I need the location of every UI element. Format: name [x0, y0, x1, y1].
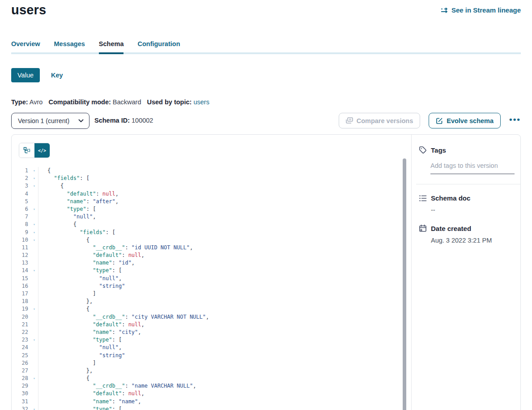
- code-line: 6▾"type": [: [12, 205, 402, 213]
- used-by-topic-field: Used by topic: users: [147, 98, 209, 106]
- line-number: 8: [12, 221, 30, 228]
- code-line-content: "__crdb__": "name VARCHAR NULL",: [38, 382, 402, 390]
- code-line-content: "type": [: [38, 406, 402, 410]
- code-line-content: "name": "city",: [38, 329, 402, 336]
- code-view-button[interactable]: </>: [34, 143, 50, 158]
- stream-lineage-link[interactable]: See in Stream lineage: [441, 6, 521, 14]
- fold-gutter: [30, 282, 38, 290]
- topic-link[interactable]: users: [193, 98, 209, 106]
- fold-arrow-icon[interactable]: ▾: [30, 336, 38, 344]
- fold-gutter: [30, 344, 38, 351]
- key-toggle-button[interactable]: Key: [51, 72, 63, 79]
- value-toggle-button[interactable]: Value: [11, 68, 40, 82]
- code-line-content: "null",: [38, 275, 402, 282]
- tab-overview[interactable]: Overview: [11, 40, 40, 52]
- line-number: 31: [12, 398, 30, 406]
- date-created-section: Date created Aug. 3 2022 3:21 PM: [419, 224, 514, 244]
- fold-arrow-icon[interactable]: ▾: [30, 221, 38, 228]
- date-created-value: Aug. 3 2022 3:21 PM: [431, 237, 514, 244]
- fold-arrow-icon[interactable]: ▾: [30, 229, 38, 236]
- evolve-schema-label: Evolve schema: [447, 117, 494, 124]
- compare-versions-button[interactable]: Compare versions: [339, 113, 421, 128]
- version-select[interactable]: Version 1 (current): [11, 113, 89, 129]
- schema-id-field: Schema ID: 100002: [94, 117, 153, 124]
- used-by-topic-label: Used by topic:: [147, 98, 192, 106]
- code-line: 13"name": "id",: [12, 259, 402, 267]
- code-line-content: "fields": [: [38, 229, 402, 236]
- version-select-value: Version 1 (current): [18, 117, 69, 124]
- line-number: 4: [12, 190, 30, 198]
- fold-arrow-icon[interactable]: ▾: [30, 205, 38, 213]
- more-options-button[interactable]: •••: [509, 115, 521, 126]
- fold-arrow-icon[interactable]: ▾: [30, 267, 38, 274]
- sidebar-divider: [416, 184, 520, 184]
- code-line: 19▾{: [12, 305, 402, 313]
- code-line: 22"name": "city",: [12, 329, 402, 336]
- line-number: 3: [12, 182, 30, 190]
- tab-messages[interactable]: Messages: [54, 40, 85, 52]
- code-line-content: "default": null,: [38, 190, 402, 198]
- schema-page: users See in Stream lineage OverviewMess…: [0, 0, 532, 410]
- fold-gutter: [30, 367, 38, 375]
- code-line: 1▾{: [12, 167, 402, 175]
- line-number: 17: [12, 290, 30, 298]
- tab-schema[interactable]: Schema: [99, 40, 124, 52]
- code-line: 17]: [12, 290, 402, 298]
- code-line-content: "fields": [: [38, 175, 402, 182]
- code-line: 16"string": [12, 282, 402, 290]
- fold-gutter: [30, 329, 38, 336]
- tree-view-button[interactable]: [19, 143, 34, 158]
- code-line-content: "null",: [38, 213, 402, 221]
- schema-doc-value: --: [431, 206, 514, 214]
- chevron-down-icon: [78, 119, 84, 123]
- fold-arrow-icon[interactable]: ▾: [30, 375, 38, 382]
- line-number: 28: [12, 375, 30, 382]
- fold-arrow-icon[interactable]: ▾: [30, 175, 38, 182]
- code-line-content: "default": null,: [38, 321, 402, 329]
- fold-gutter: [30, 313, 38, 321]
- code-line: 5"name": "after",: [12, 198, 402, 205]
- evolve-schema-button[interactable]: Evolve schema: [429, 113, 501, 128]
- line-number: 32: [12, 406, 30, 410]
- fold-arrow-icon[interactable]: ▾: [30, 406, 38, 410]
- page-title: users: [11, 3, 46, 17]
- line-number: 24: [12, 344, 30, 351]
- compatibility-field: Compatibility mode: Backward: [48, 98, 141, 106]
- tags-input[interactable]: [430, 161, 515, 174]
- tag-icon: [419, 146, 427, 154]
- fold-arrow-icon[interactable]: ▾: [30, 167, 38, 175]
- code-line: 8▾{: [12, 221, 402, 228]
- code-line-content: {: [38, 236, 402, 244]
- line-number: 22: [12, 329, 30, 336]
- code-line: 30"default": null,: [12, 390, 402, 397]
- fold-arrow-icon[interactable]: ▾: [30, 182, 38, 190]
- code-line: 28▾{: [12, 375, 402, 382]
- code-line-content: "type": [: [38, 336, 402, 344]
- fold-arrow-icon[interactable]: ▾: [30, 236, 38, 244]
- code-editor[interactable]: 1▾{2▾"fields": [3▾{4"default": null,5"na…: [12, 167, 402, 410]
- line-number: 27: [12, 367, 30, 375]
- tab-configuration[interactable]: Configuration: [137, 40, 180, 52]
- fold-arrow-icon[interactable]: ▾: [30, 305, 38, 313]
- schema-sidebar: Tags Schema doc --: [411, 135, 520, 410]
- type-field: Type: Avro: [11, 98, 43, 106]
- code-line-content: "default": null,: [38, 390, 402, 397]
- type-label: Type:: [11, 98, 28, 106]
- line-number: 10: [12, 236, 30, 244]
- line-number: 23: [12, 336, 30, 344]
- compatibility-label: Compatibility mode:: [48, 98, 111, 106]
- code-line: 18},: [12, 298, 402, 305]
- editor-scrollbar[interactable]: [403, 158, 406, 410]
- stream-lineage-label: See in Stream lineage: [451, 6, 521, 14]
- code-line-content: {: [38, 221, 402, 228]
- fold-gutter: [30, 298, 38, 305]
- tab-bar: OverviewMessagesSchemaConfiguration: [11, 40, 521, 54]
- fold-gutter: [30, 359, 38, 367]
- code-line-content: "string": [38, 352, 402, 359]
- code-line-content: ]: [38, 359, 402, 367]
- line-number: 19: [12, 305, 30, 313]
- code-line-content: "type": [: [38, 205, 402, 213]
- code-line: 20"__crdb__": "city VARCHAR NOT NULL",: [12, 313, 402, 321]
- schema-code-pane: </> 1▾{2▾"fields": [3▾{4"default": null,…: [12, 135, 411, 410]
- fold-gutter: [30, 244, 38, 252]
